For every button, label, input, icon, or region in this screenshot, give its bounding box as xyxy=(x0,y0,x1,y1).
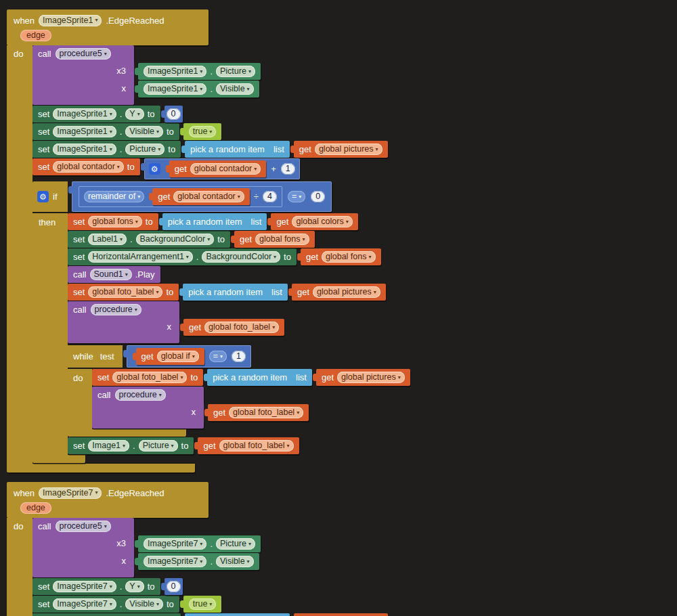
number-input[interactable]: 0 xyxy=(167,581,181,592)
get-variable-block[interactable]: get global colors▾ xyxy=(271,213,357,230)
get-variable-block[interactable]: get global contador▾ xyxy=(169,160,267,177)
call-header[interactable]: call procedure5▾ xyxy=(32,518,134,535)
get-variable-block[interactable]: get global pictures▾ xyxy=(294,613,388,616)
property-dropdown[interactable]: Picture▾ xyxy=(216,66,255,77)
number-block[interactable]: 0 xyxy=(165,106,183,123)
component-dropdown[interactable]: Sound1▾ xyxy=(90,269,132,280)
set-property-block[interactable]: set ImageSprite1▾ . Visible▾ to xyxy=(32,123,179,140)
get-variable-block[interactable]: get global pictures▾ xyxy=(316,369,410,386)
get-variable-block[interactable]: get global pictures▾ xyxy=(294,141,388,158)
get-variable-block[interactable]: get global if▾ xyxy=(136,348,204,365)
set-property-block[interactable]: set HorizontalArrangement1▾ . Background… xyxy=(68,248,297,265)
procedure-dropdown[interactable]: procedure5▾ xyxy=(56,48,111,60)
property-dropdown[interactable]: Visible▾ xyxy=(216,83,254,95)
procedure-dropdown[interactable]: procedure5▾ xyxy=(56,521,111,532)
get-variable-block[interactable]: get global foto_label▾ xyxy=(198,437,299,454)
get-variable-block[interactable]: get global contador▾ xyxy=(152,188,250,205)
compare-op-dropdown[interactable]: =▾ xyxy=(288,191,305,202)
logic-dropdown[interactable]: true▾ xyxy=(189,598,217,610)
set-property-block[interactable]: set ImageSprite1▾ . Picture▾ to xyxy=(32,141,181,158)
math-remainder-block[interactable]: remainder of▾ get global contador▾ ÷ 4 xyxy=(79,186,282,207)
component-dropdown[interactable]: ImageSprite1▾ xyxy=(39,15,102,26)
set-property-block[interactable]: set Image1▾ . Picture▾ to xyxy=(68,437,194,454)
get-variable-block[interactable]: get global foto_label▾ xyxy=(183,319,284,336)
property-dropdown[interactable]: Picture▾ xyxy=(125,144,165,155)
variable-dropdown[interactable]: global contador▾ xyxy=(190,163,261,175)
call-procedure-block[interactable]: call procedure▾ x get global fo xyxy=(92,387,309,428)
get-variable-block[interactable]: get global fons▾ xyxy=(301,248,381,265)
component-dropdown[interactable]: ImageSprite1▾ xyxy=(144,83,206,95)
property-dropdown[interactable]: Y▾ xyxy=(125,108,144,120)
component-dropdown[interactable]: ImageSprite1▾ xyxy=(144,66,206,77)
component-dropdown[interactable]: ImageSprite1▾ xyxy=(53,144,116,155)
pick-random-item-block[interactable]: pick a random item list xyxy=(162,213,267,230)
number-input[interactable]: 0 xyxy=(167,108,181,120)
variable-dropdown[interactable]: global foto_label▾ xyxy=(88,286,162,298)
call-procedure5-block[interactable]: call procedure5▾ x3 ImageSprite7▾ . Pict… xyxy=(32,518,261,577)
property-dropdown[interactable]: Y▾ xyxy=(125,581,144,592)
component-dropdown[interactable]: ImageSprite7▾ xyxy=(53,581,116,592)
set-property-block[interactable]: set Label1▾ . BackgroundColor▾ to xyxy=(68,231,230,248)
procedure-dropdown[interactable]: procedure▾ xyxy=(91,304,141,315)
logic-true-block[interactable]: true▾ xyxy=(183,596,222,613)
if-block[interactable]: ⚙ if remainder of▾ get global contador▾ … xyxy=(32,181,410,463)
component-dropdown[interactable]: ImageSprite7▾ xyxy=(144,538,206,550)
number-input[interactable]: 1 xyxy=(232,351,246,362)
set-variable-block[interactable]: set global contador▾ to xyxy=(32,158,140,175)
variable-dropdown[interactable]: global foto_label▾ xyxy=(112,372,187,383)
set-property-block[interactable]: set ImageSprite7▾ . Visible▾ to xyxy=(32,596,179,613)
get-variable-block[interactable]: get global fons▾ xyxy=(234,231,315,248)
variable-dropdown[interactable]: global foto_label▾ xyxy=(229,407,303,418)
gear-icon[interactable]: ⚙ xyxy=(37,191,49,202)
call-header[interactable]: call procedure▾ xyxy=(68,301,179,318)
component-property-getter[interactable]: ImageSprite1▾ . Picture▾ xyxy=(138,63,261,80)
get-variable-block[interactable]: get global foto_label▾ xyxy=(208,404,309,421)
pick-random-item-block[interactable]: pick a random item list xyxy=(185,141,290,158)
procedure-dropdown[interactable]: procedure▾ xyxy=(115,389,166,401)
property-dropdown[interactable]: Picture▾ xyxy=(139,440,178,452)
math-op-dropdown[interactable]: remainder of▾ xyxy=(84,191,144,202)
set-property-block[interactable]: set ImageSprite7▾ . Y▾ to xyxy=(32,578,160,595)
pick-random-item-block[interactable]: pick a random item list xyxy=(183,284,288,301)
event-header[interactable]: when ImageSprite7▾ .EdgeReached edge xyxy=(7,482,209,518)
property-dropdown[interactable]: Visible▾ xyxy=(125,598,163,610)
number-input[interactable]: 1 xyxy=(281,163,295,175)
variable-dropdown[interactable]: global fons▾ xyxy=(88,216,141,227)
variable-dropdown[interactable]: global pictures▾ xyxy=(337,372,405,383)
variable-dropdown[interactable]: global foto_label▾ xyxy=(219,440,294,452)
logic-compare-block[interactable]: get global if▾ =▾ 1 xyxy=(127,345,251,368)
property-dropdown[interactable]: Picture▾ xyxy=(216,538,255,550)
call-header[interactable]: call procedure▾ xyxy=(92,387,204,403)
component-dropdown[interactable]: ImageSprite7▾ xyxy=(39,487,102,499)
event-param-edge[interactable]: edge xyxy=(20,502,51,514)
call-procedure-block[interactable]: call procedure▾ x get global foto_label▾ xyxy=(68,301,284,343)
variable-dropdown[interactable]: global contador▾ xyxy=(173,191,244,202)
gear-icon[interactable]: ⚙ xyxy=(149,163,160,175)
compare-op-dropdown[interactable]: =▾ xyxy=(209,351,227,362)
variable-dropdown[interactable]: global pictures▾ xyxy=(315,144,383,155)
logic-compare-block[interactable]: remainder of▾ get global contador▾ ÷ 4 =… xyxy=(72,181,332,212)
logic-true-block[interactable]: true▾ xyxy=(183,123,222,140)
while-header[interactable]: while test xyxy=(68,345,123,368)
component-dropdown[interactable]: Image1▾ xyxy=(88,440,129,452)
set-variable-block[interactable]: set global foto_label▾ to xyxy=(92,369,203,386)
set-property-block[interactable]: set ImageSprite7▾ . Picture▾ to xyxy=(32,613,181,616)
component-dropdown[interactable]: ImageSprite7▾ xyxy=(53,598,116,610)
component-property-getter[interactable]: ImageSprite7▾ . Picture▾ xyxy=(138,535,261,552)
set-variable-block[interactable]: set global fons▾ to xyxy=(68,213,158,230)
component-property-getter[interactable]: ImageSprite7▾ . Visible▾ xyxy=(138,553,259,570)
set-property-block[interactable]: set ImageSprite1▾ . Y▾ to xyxy=(32,106,160,123)
while-block[interactable]: while test get global if▾ =▾ xyxy=(68,345,410,437)
call-component-method-block[interactable]: call Sound1▾ .Play xyxy=(68,266,160,283)
set-variable-block[interactable]: set global foto_label▾ to xyxy=(68,284,179,301)
event-header[interactable]: when ImageSprite1▾ .EdgeReached edge xyxy=(7,9,209,45)
number-input[interactable]: 0 xyxy=(311,191,325,202)
call-header[interactable]: call procedure5▾ xyxy=(32,45,134,62)
event-block-imagesprite7-edgereached[interactable]: when ImageSprite7▾ .EdgeReached edge do … xyxy=(7,482,677,616)
if-header[interactable]: ⚙ if xyxy=(32,181,68,212)
variable-dropdown[interactable]: global colors▾ xyxy=(292,216,352,227)
pick-random-item-block[interactable]: pick a random item list xyxy=(185,613,290,616)
number-input[interactable]: 4 xyxy=(263,191,277,202)
variable-dropdown[interactable]: global contador▾ xyxy=(53,161,124,173)
property-dropdown[interactable]: BackgroundColor▾ xyxy=(202,251,280,263)
